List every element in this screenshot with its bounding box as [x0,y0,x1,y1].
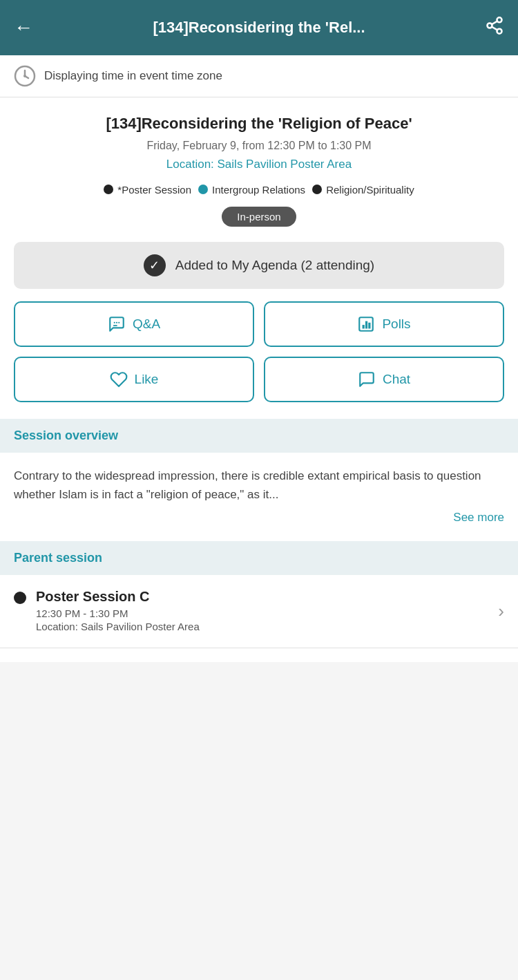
header: ← [134]Reconsidering the 'Rel... [0,0,518,55]
tag-intergroup: Intergroup Relations [198,184,305,196]
chat-button[interactable]: Chat [264,357,504,402]
polls-icon [357,315,375,333]
see-more-link[interactable]: See more [14,511,504,525]
svg-rect-12 [365,321,367,328]
parent-session-time: 12:30 PM - 1:30 PM [36,607,200,619]
parent-session-text: Poster Session C 12:30 PM - 1:30 PM Loca… [36,589,200,634]
svg-point-7 [114,321,115,323]
parent-section-header: Parent session [0,541,518,575]
svg-rect-11 [363,325,365,328]
session-title: [134]Reconsidering the 'Religion of Peac… [14,114,504,134]
action-buttons-grid: Q&A Polls Like Chat [14,301,504,402]
main-content: [134]Reconsidering the 'Religion of Peac… [0,97,518,662]
svg-rect-13 [369,322,371,328]
tag-religion: Religion/Spirituality [312,184,414,196]
tag-label-intergroup: Intergroup Relations [212,184,305,196]
svg-point-9 [118,321,119,323]
like-button[interactable]: Like [14,357,254,402]
svg-line-3 [492,26,497,30]
qa-label: Q&A [133,317,160,332]
qa-icon [108,315,126,333]
tag-label-religion: Religion/Spirituality [326,184,414,196]
overview-section: Contrary to the widespread impression, t… [14,453,504,525]
polls-button[interactable]: Polls [264,301,504,347]
tag-label-poster: *Poster Session [117,184,191,196]
parent-dot [14,592,26,604]
session-datetime: Friday, February 9, from 12:30 PM to 1:3… [14,140,504,152]
overview-section-header: Session overview [0,419,518,453]
badge-container: In-person [14,207,504,227]
timezone-text: Displaying time in event time zone [44,69,222,83]
inperson-badge: In-person [222,207,296,227]
parent-session-card[interactable]: Poster Session C 12:30 PM - 1:30 PM Loca… [0,575,518,648]
clock-icon [14,65,36,87]
agenda-check-icon: ✓ [144,254,166,276]
like-icon [110,370,128,388]
header-title: [134]Reconsidering the 'Rel... [40,19,478,37]
parent-session-title: Poster Session C [36,589,200,605]
timezone-bar: Displaying time in event time zone [0,55,518,97]
session-location[interactable]: Location: Sails Pavilion Poster Area [14,158,504,171]
tag-dot-poster [104,185,113,194]
qa-button[interactable]: Q&A [14,301,254,347]
parent-session-location: Location: Sails Pavilion Poster Area [36,621,200,632]
parent-section: Parent session Poster Session C 12:30 PM… [0,541,518,648]
tag-dot-religion [312,185,322,194]
parent-session-info: Poster Session C 12:30 PM - 1:30 PM Loca… [14,589,200,634]
svg-point-6 [23,75,26,77]
svg-point-8 [116,321,117,323]
agenda-label: Added to My Agenda (2 attending) [175,258,374,273]
back-button[interactable]: ← [14,17,33,39]
chat-label: Chat [383,372,410,387]
polls-label: Polls [382,317,410,332]
agenda-button[interactable]: ✓ Added to My Agenda (2 attending) [14,242,504,289]
svg-line-4 [492,21,497,24]
share-button[interactable] [485,16,504,40]
chevron-right-icon: › [498,601,504,622]
session-tags: *Poster Session Intergroup Relations Rel… [14,184,504,196]
like-label: Like [135,372,159,387]
tag-poster-session: *Poster Session [104,184,191,196]
chat-icon [358,370,376,388]
tag-dot-intergroup [198,185,208,194]
overview-text: Contrary to the widespread impression, t… [14,467,504,504]
